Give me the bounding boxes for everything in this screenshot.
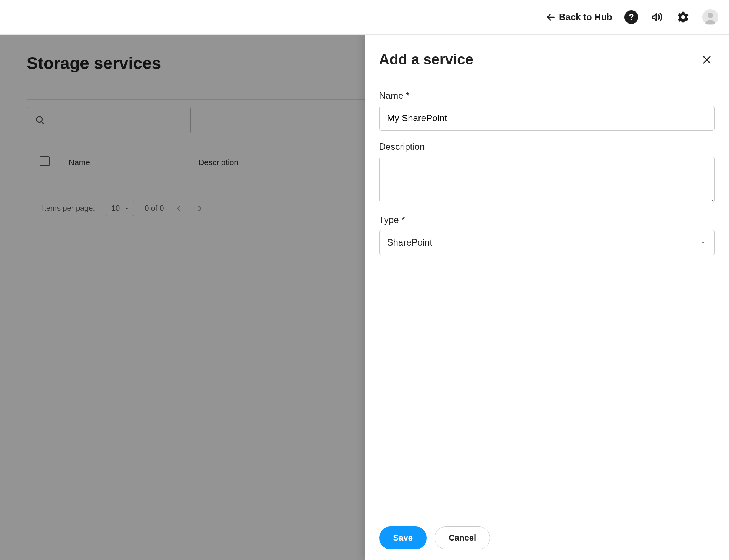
panel-footer: Save Cancel [379,517,715,549]
name-input[interactable] [379,106,715,131]
name-field: Name * [379,90,715,131]
add-service-panel: Add a service Name * Description Type * … [365,35,729,560]
close-button[interactable] [699,52,715,67]
user-avatar[interactable] [702,9,718,25]
help-icon[interactable]: ? [624,10,638,24]
panel-body: Name * Description Type * SharePoint [379,79,715,517]
description-input[interactable] [379,157,715,202]
type-select[interactable]: SharePoint [379,230,715,255]
description-field: Description [379,141,715,204]
type-selected-value: SharePoint [387,237,433,248]
svg-point-2 [708,13,713,18]
close-icon [702,55,712,65]
save-button[interactable]: Save [379,526,427,549]
panel-title: Add a service [379,51,473,68]
panel-header: Add a service [379,51,715,79]
announcements-icon[interactable] [650,10,664,24]
description-label: Description [379,141,715,152]
settings-icon[interactable] [676,10,690,24]
chevron-down-icon [700,239,706,246]
type-field: Type * SharePoint [379,215,715,255]
cancel-button[interactable]: Cancel [435,526,490,549]
back-to-hub-link[interactable]: Back to Hub [546,12,612,22]
name-label: Name * [379,90,715,101]
type-label: Type * [379,215,715,225]
arrow-left-icon [546,12,556,22]
app-header: Back to Hub ? [0,0,729,35]
back-to-hub-label: Back to Hub [559,12,612,22]
